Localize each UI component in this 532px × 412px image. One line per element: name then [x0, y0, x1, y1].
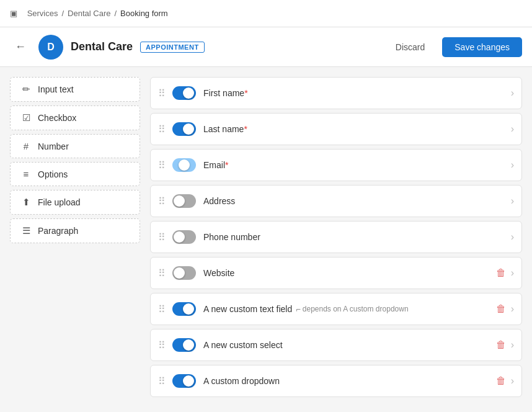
main-layout: ✏ Input text ☑ Checkbox # Number ≡ Optio… — [0, 67, 532, 412]
save-button[interactable]: Save changes — [442, 37, 522, 57]
field-label-last-name: Last name* — [203, 124, 503, 134]
form-row-address: ⠿ Address › — [150, 185, 522, 217]
form-row-last-name: ⠿ Last name* › — [150, 113, 522, 145]
back-button[interactable]: ← — [10, 38, 31, 56]
form-row-custom-dropdown: ⠿ A custom dropdown 🗑› — [150, 365, 522, 397]
drag-handle-email[interactable]: ⠿ — [158, 159, 165, 171]
toggle-custom-dropdown[interactable] — [172, 374, 196, 388]
sidebar-item-label: Options — [38, 169, 68, 179]
drag-handle-custom-dropdown[interactable]: ⠿ — [158, 375, 165, 387]
discard-button[interactable]: Discard — [386, 37, 435, 57]
input-text-icon: ✏ — [20, 84, 32, 95]
chevron-right-custom-text[interactable]: › — [511, 303, 514, 315]
drag-handle-website[interactable]: ⠿ — [158, 267, 165, 279]
form-row-custom-select: ⠿ A new custom select 🗑› — [150, 329, 522, 361]
chevron-right-email[interactable]: › — [511, 159, 514, 171]
sidebar-item-options[interactable]: ≡ Options — [10, 162, 140, 186]
paragraph-icon: ☰ — [20, 225, 32, 236]
row-actions-website: 🗑› — [496, 267, 514, 279]
row-actions-email: › — [511, 159, 514, 171]
delete-icon-custom-text[interactable]: 🗑 — [496, 303, 506, 315]
sidebar-item-label: File upload — [38, 197, 81, 207]
options-icon: ≡ — [20, 169, 32, 179]
form-row-custom-text: ⠿ A new custom text field ⌐ depends on A… — [150, 293, 522, 325]
breadcrumb-services[interactable]: Services — [27, 9, 58, 18]
form-row-first-name: ⠿ First name* › — [150, 77, 522, 109]
sidebar: ✏ Input text ☑ Checkbox # Number ≡ Optio… — [10, 77, 140, 402]
row-actions-first-name: › — [511, 87, 514, 99]
sidebar-item-number[interactable]: # Number — [10, 134, 140, 158]
sidebar-item-label: Checkbox — [38, 113, 76, 123]
chevron-right-phone-number[interactable]: › — [511, 231, 514, 243]
row-actions-custom-select: 🗑› — [496, 339, 514, 351]
drag-handle-first-name[interactable]: ⠿ — [158, 87, 165, 99]
row-actions-custom-text: 🗑› — [496, 303, 514, 315]
toggle-first-name[interactable] — [172, 86, 196, 100]
field-label-custom-select: A new custom select — [203, 340, 489, 350]
row-actions-phone-number: › — [511, 231, 514, 243]
field-label-address: Address — [203, 196, 503, 206]
sidebar-item-label: Paragraph — [38, 226, 78, 236]
sidebar-item-label: Input text — [38, 84, 74, 94]
chevron-right-custom-select[interactable]: › — [511, 339, 514, 351]
sidebar-item-label: Number — [38, 141, 69, 151]
chevron-right-address[interactable]: › — [511, 195, 514, 207]
field-label-custom-text: A new custom text field ⌐ depends on A c… — [203, 304, 489, 314]
row-actions-last-name: › — [511, 123, 514, 135]
drag-handle-custom-text[interactable]: ⠿ — [158, 303, 165, 315]
toggle-website[interactable] — [172, 266, 196, 280]
toggle-custom-select[interactable] — [172, 338, 196, 352]
field-label-website: Website — [203, 268, 489, 278]
field-label-first-name: First name* — [203, 88, 503, 98]
chevron-right-custom-dropdown[interactable]: › — [511, 375, 514, 387]
drag-handle-address[interactable]: ⠿ — [158, 195, 165, 207]
chevron-right-first-name[interactable]: › — [511, 87, 514, 99]
field-label-email: Email* — [203, 160, 503, 170]
toggle-email[interactable] — [172, 158, 196, 172]
avatar: D — [38, 35, 63, 60]
form-row-email: ⠿ Email* › — [150, 149, 522, 181]
drag-handle-phone-number[interactable]: ⠿ — [158, 231, 165, 243]
delete-icon-website[interactable]: 🗑 — [496, 267, 506, 279]
field-label-custom-dropdown: A custom dropdown — [203, 376, 489, 386]
number-icon: # — [20, 141, 32, 151]
sidebar-item-paragraph[interactable]: ☰ Paragraph — [10, 218, 140, 243]
chevron-right-website[interactable]: › — [511, 267, 514, 279]
toggle-address[interactable] — [172, 194, 196, 208]
delete-icon-custom-select[interactable]: 🗑 — [496, 339, 506, 351]
form-area: ⠿ First name* › ⠿ Last name* › ⠿ — [150, 77, 522, 402]
form-row-website: ⠿ Website 🗑› — [150, 257, 522, 289]
row-actions-address: › — [511, 195, 514, 207]
row-actions-custom-dropdown: 🗑› — [496, 375, 514, 387]
sidebar-item-checkbox[interactable]: ☑ Checkbox — [10, 105, 140, 130]
breadcrumb-dental[interactable]: Dental Care — [68, 9, 110, 18]
toggle-last-name[interactable] — [172, 122, 196, 136]
chevron-right-last-name[interactable]: › — [511, 123, 514, 135]
page-title: Dental Care — [71, 40, 133, 53]
sidebar-item-file-upload[interactable]: ⬆ File upload — [10, 190, 140, 215]
page-icon: ▣ — [10, 9, 17, 18]
checkbox-icon: ☑ — [20, 112, 32, 123]
breadcrumb-booking: Booking form — [120, 9, 168, 18]
delete-icon-custom-dropdown[interactable]: 🗑 — [496, 375, 506, 387]
drag-handle-last-name[interactable]: ⠿ — [158, 123, 165, 135]
toggle-custom-text[interactable] — [172, 302, 196, 316]
form-row-phone-number: ⠿ Phone number › — [150, 221, 522, 253]
field-label-phone-number: Phone number — [203, 232, 503, 242]
toggle-phone-number[interactable] — [172, 230, 196, 244]
file-upload-icon: ⬆ — [20, 197, 32, 208]
appointment-badge: APPOINTMENT — [140, 42, 205, 53]
header: ← D Dental Care APPOINTMENT Discard Save… — [0, 27, 532, 67]
breadcrumb: ▣ Services / Dental Care / Booking form — [0, 0, 532, 27]
sidebar-item-input-text[interactable]: ✏ Input text — [10, 77, 140, 102]
depends-tag: ⌐ depends on A custom dropdown — [296, 305, 408, 314]
drag-handle-custom-select[interactable]: ⠿ — [158, 339, 165, 351]
